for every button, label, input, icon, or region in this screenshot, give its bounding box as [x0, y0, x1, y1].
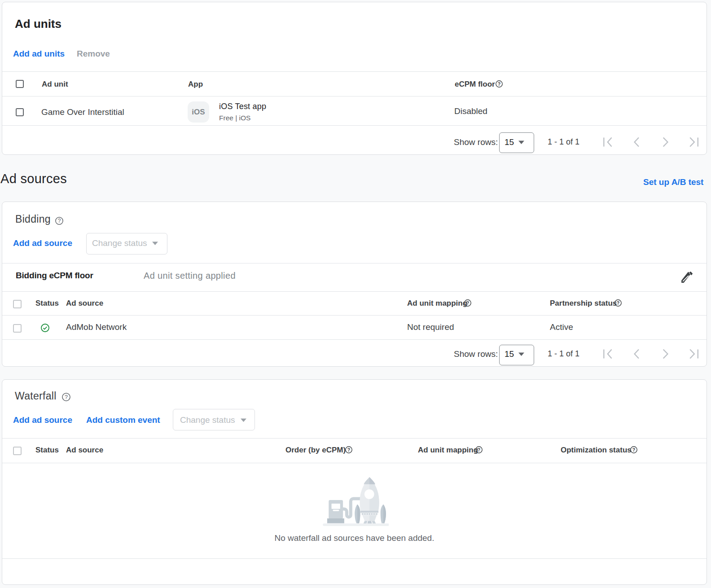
svg-text:?: ?: [65, 394, 68, 400]
svg-text:?: ?: [478, 447, 480, 452]
svg-text:?: ?: [632, 447, 635, 452]
svg-text:?: ?: [466, 300, 469, 306]
svg-text:?: ?: [498, 81, 500, 87]
svg-text:?: ?: [617, 300, 619, 306]
svg-text:?: ?: [58, 218, 61, 224]
svg-text:?: ?: [347, 447, 350, 452]
